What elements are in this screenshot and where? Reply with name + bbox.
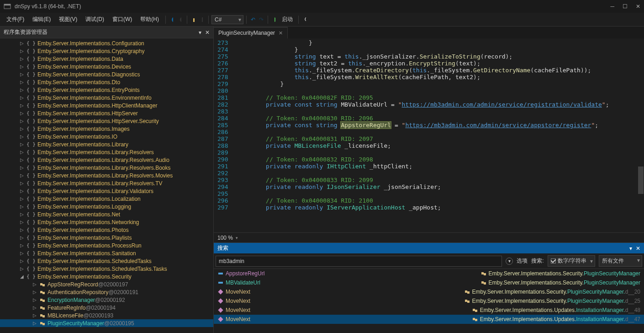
tree-item[interactable]: ▷{ }Emby.Server.Implementations.Images	[0, 125, 213, 133]
tree-item[interactable]: ▷{ }Emby.Server.Implementations.Cryptogr…	[0, 47, 213, 55]
method-icon	[217, 307, 224, 313]
tree-item[interactable]: ▷FeatureRegInfo @02000194	[0, 304, 213, 312]
search-dropdown-icon[interactable]: ▾	[506, 258, 513, 265]
tree-item[interactable]: ▷{ }Emby.Server.Implementations.IO	[0, 133, 213, 140]
svg-rect-28	[218, 298, 223, 303]
search-input[interactable]	[216, 256, 502, 267]
window-title: dnSpy v6.1.8 (64-bit, .NET)	[15, 3, 610, 10]
tree-item[interactable]: ▷{ }Emby.Server.Implementations.HttpServ…	[0, 109, 213, 117]
search-result-row[interactable]: MoveNext Emby.Server.Implementations.Upd…	[214, 315, 644, 324]
tree-item[interactable]: ▷{ }Emby.Server.Implementations.Photos	[0, 226, 213, 234]
namespace-icon: { }	[26, 250, 36, 256]
search-result-row[interactable]: AppstoreRegUrl Emby.Server.Implementatio…	[214, 269, 644, 278]
menu-help[interactable]: 帮助(H)	[137, 14, 163, 25]
close-tab-icon[interactable]: ✕	[279, 30, 283, 36]
menu-view[interactable]: 视图(V)	[55, 14, 81, 25]
tree-item[interactable]: ▷{ }Emby.Server.Implementations.Configur…	[0, 39, 213, 47]
maximize-button[interactable]: ☐	[623, 3, 628, 10]
tree-item[interactable]: ▷{ }Emby.Server.Implementations.Library	[0, 140, 213, 148]
titlebar: dnSpy v6.1.8 (64-bit, .NET) ─ ☐ ✕	[0, 0, 644, 13]
tree-item[interactable]: ▷{ }Emby.Server.Implementations.Diagnost…	[0, 70, 213, 78]
tree-item[interactable]: ▷MBLicenseFile @02000193	[0, 312, 213, 319]
close-button[interactable]: ✕	[636, 3, 640, 10]
start-label[interactable]: 启动	[279, 16, 296, 23]
minimize-button[interactable]: ─	[610, 3, 614, 10]
search-button[interactable]	[301, 16, 309, 23]
tree-item[interactable]: ▷{ }Emby.Server.Implementations.HttpClie…	[0, 102, 213, 109]
tree-item[interactable]: ▷{ }Emby.Server.Implementations.Sanitati…	[0, 249, 213, 257]
search-result-row[interactable]: MoveNext Emby.Server.Implementations.Sec…	[214, 296, 644, 306]
tree-item[interactable]: ▷{ }Emby.Server.Implementations.HttpServ…	[0, 117, 213, 125]
tree-item[interactable]: ▷{ }Emby.Server.Implementations.Environm…	[0, 94, 213, 102]
namespace-icon: { }	[26, 227, 36, 233]
tree-item[interactable]: ▷{ }Emby.Server.Implementations.Library.…	[0, 172, 213, 179]
tree[interactable]: ▷{ }Emby.Server.Implementations.Configur…	[0, 38, 213, 333]
redo-button[interactable]: ↷	[258, 16, 265, 23]
tree-item[interactable]: ▷{ }Emby.Server.Implementations.Devices	[0, 63, 213, 70]
namespace-icon: { }	[26, 141, 36, 147]
tree-item[interactable]: ▷{ }Emby.Server.Implementations.Dto	[0, 78, 213, 86]
menu-file[interactable]: 文件(F)	[3, 14, 28, 25]
tree-item[interactable]: ▷{ }Emby.Server.Implementations.Playlist…	[0, 234, 213, 242]
open-button[interactable]	[190, 16, 197, 23]
tree-item[interactable]: ▷{ }Emby.Server.Implementations.Library.…	[0, 148, 213, 156]
tree-item[interactable]: ▷{ }Emby.Server.Implementations.Schedule…	[0, 257, 213, 265]
sidebar-dropdown-icon[interactable]: ▾	[199, 29, 201, 36]
field-icon	[217, 279, 224, 286]
search-results[interactable]: AppstoreRegUrl Emby.Server.Implementatio…	[214, 269, 644, 333]
tree-item[interactable]: ▷{ }Emby.Server.Implementations.Net	[0, 210, 213, 218]
svg-point-5	[305, 17, 306, 21]
tree-item[interactable]: ▷{ }Emby.Server.Implementations.Networki…	[0, 218, 213, 226]
tree-item[interactable]: ▷AppStoreRegRecord @02000197	[0, 280, 213, 288]
tree-item[interactable]: ▷EncryptionManager @02000192	[0, 296, 213, 304]
menu-window[interactable]: 窗口(W)	[109, 14, 136, 25]
code[interactable]: } } string text = this._jsonSerializer.S…	[233, 38, 638, 232]
tree-item[interactable]: ▷{ }Emby.Server.Implementations.Library.…	[0, 187, 213, 195]
tree-item[interactable]: ▷{ }Emby.Server.Implementations.Localiza…	[0, 195, 213, 203]
tree-item[interactable]: ▷{ }Emby.Server.Implementations.Data	[0, 55, 213, 63]
save-button[interactable]	[198, 16, 206, 23]
menu-edit[interactable]: 编辑(E)	[29, 14, 54, 25]
tree-item[interactable]: ▷AuthenticationRepository @02000191	[0, 288, 213, 296]
namespace-icon: { }	[26, 157, 36, 163]
tree-item[interactable]: ▷{ }Emby.Server.Implementations.Logging	[0, 203, 213, 210]
tree-item[interactable]: ▷PluginSecurityManager @02000195	[0, 319, 213, 327]
tab-pluginsecuritymanager[interactable]: PluginSecurityManager ✕	[214, 27, 288, 38]
svg-rect-22	[218, 282, 223, 284]
tree-item[interactable]: ▷{ }Emby.Server.Implementations.Library.…	[0, 156, 213, 164]
search-panel-close-icon[interactable]: ✕	[636, 245, 640, 252]
search-result-row[interactable]: MBValidateUrl Emby.Server.Implementation…	[214, 278, 644, 287]
tree-item[interactable]: ▷{ }Emby.Server.Implementations.Library.…	[0, 164, 213, 172]
menu-debug[interactable]: 调试(D)	[82, 14, 108, 25]
tree-item[interactable]: ▷{ }Emby.Server.Implementations.EntryPoi…	[0, 86, 213, 94]
language-combo[interactable]: C#	[211, 15, 243, 24]
namespace-icon: { }	[26, 56, 36, 62]
namespace-icon: { }	[26, 188, 36, 194]
search-type-checkbox[interactable]	[551, 258, 556, 263]
back-button[interactable]	[169, 16, 176, 23]
sidebar-close-icon[interactable]: ✕	[205, 29, 210, 36]
search-result-row[interactable]: MoveNext Emby.Server.Implementations.Upd…	[214, 306, 644, 315]
zoom-dropdown-icon[interactable]: ▾	[236, 236, 238, 240]
undo-button[interactable]: ↶	[249, 16, 257, 23]
tree-item[interactable]: ◢{ }Emby.Server.Implementations.Security	[0, 273, 213, 280]
namespace-icon: { }	[26, 87, 36, 93]
search-type-combo[interactable]: 数字/字符串	[548, 255, 595, 267]
namespace-icon: { }	[26, 165, 36, 171]
vscrollbar[interactable]	[638, 38, 644, 232]
svg-rect-33	[475, 310, 477, 312]
tree-item[interactable]: ▷{ }Emby.Server.Implementations.ProcessR…	[0, 242, 213, 249]
sidebar-header: 程序集资源管理器 ▾ ✕	[0, 27, 213, 38]
start-button[interactable]	[271, 16, 278, 23]
namespace-icon: { }	[26, 274, 36, 279]
forward-button[interactable]	[177, 16, 184, 23]
tree-item[interactable]: ▷{ }Emby.Server.Implementations.Schedule…	[0, 265, 213, 273]
search-result-row[interactable]: MoveNext Emby.Server.Implementations.Sec…	[214, 287, 644, 296]
search-panel-dropdown-icon[interactable]: ▾	[629, 245, 632, 252]
search-scope-combo[interactable]: 所有文件	[599, 255, 642, 267]
code-editor[interactable]: 2732742752762772782792802812822832842852…	[214, 38, 644, 232]
menubar: 文件(F) 编辑(E) 视图(V) 调试(D) 窗口(W) 帮助(H) C# ↶…	[0, 13, 644, 27]
options-label[interactable]: 选项	[517, 257, 528, 265]
tree-item[interactable]: ▷{ }Emby.Server.Implementations.Library.…	[0, 179, 213, 187]
zoom-level[interactable]: 100 %	[217, 235, 233, 241]
